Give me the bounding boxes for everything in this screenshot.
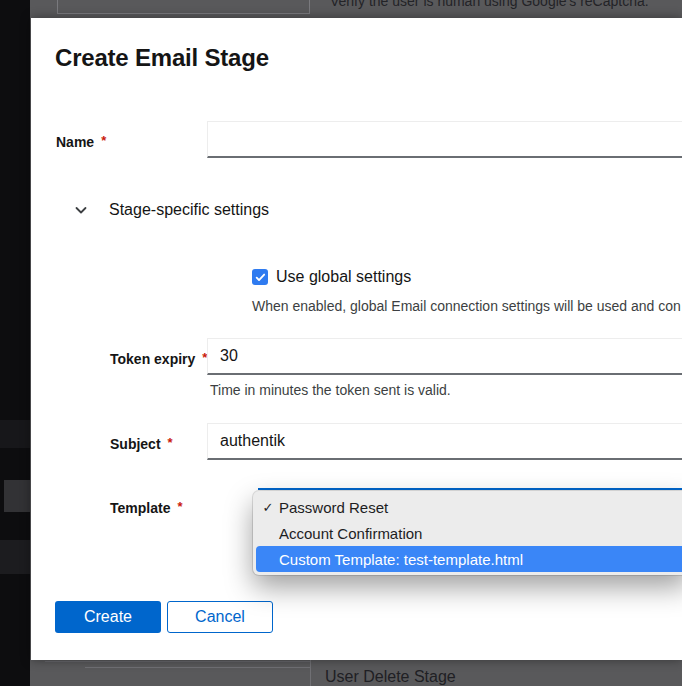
token-expiry-help: Time in minutes the token sent is valid. <box>210 382 451 398</box>
bg-table-border <box>45 661 310 662</box>
use-global-settings-checkbox[interactable] <box>252 269 268 285</box>
name-input[interactable] <box>207 121 682 158</box>
use-global-settings-label[interactable]: Use global settings <box>276 268 411 286</box>
bg-user-delete-stage-cell: User Delete Stage <box>325 668 456 686</box>
create-button[interactable]: Create <box>55 601 161 633</box>
bg-recaptcha-description: Verify the user is human using Google's … <box>330 0 649 9</box>
cancel-button[interactable]: Cancel <box>167 601 273 633</box>
section-label: Stage-specific settings <box>109 201 269 219</box>
menu-item-password-reset[interactable]: ✓ Password Reset <box>253 494 682 520</box>
token-expiry-label: Token expiry* <box>110 351 207 367</box>
required-asterisk: * <box>168 435 173 450</box>
create-email-stage-modal: Create Email Stage Name* Stage-specific … <box>31 18 682 660</box>
template-select-focused-edge[interactable] <box>258 488 682 490</box>
bg-table-border <box>85 667 310 668</box>
template-label: Template* <box>110 500 183 516</box>
sidebar-item <box>0 420 30 448</box>
subject-label: Subject* <box>110 436 173 452</box>
name-label: Name* <box>56 134 106 150</box>
required-asterisk: * <box>101 133 106 148</box>
bg-table-cell-outline <box>57 0 310 14</box>
chevron-down-icon <box>73 202 89 218</box>
modal-title: Create Email Stage <box>55 44 269 72</box>
check-icon: ✓ <box>257 500 279 515</box>
bg-table-column-divider <box>310 660 311 686</box>
stage-specific-settings-toggle[interactable]: Stage-specific settings <box>73 201 269 219</box>
check-icon <box>255 272 266 283</box>
token-expiry-input[interactable] <box>207 338 682 375</box>
app-sidebar <box>0 0 30 686</box>
sidebar-item-active <box>4 480 30 512</box>
menu-item-custom-template[interactable]: Custom Template: test-template.html <box>256 546 682 572</box>
subject-input[interactable] <box>207 423 682 460</box>
menu-item-account-confirmation[interactable]: Account Confirmation <box>253 520 682 546</box>
sidebar-item <box>0 540 30 574</box>
required-asterisk: * <box>177 499 182 514</box>
use-global-settings-help: When enabled, global Email connection se… <box>252 298 681 314</box>
template-dropdown-menu: ✓ Password Reset Account Confirmation Cu… <box>253 491 682 575</box>
